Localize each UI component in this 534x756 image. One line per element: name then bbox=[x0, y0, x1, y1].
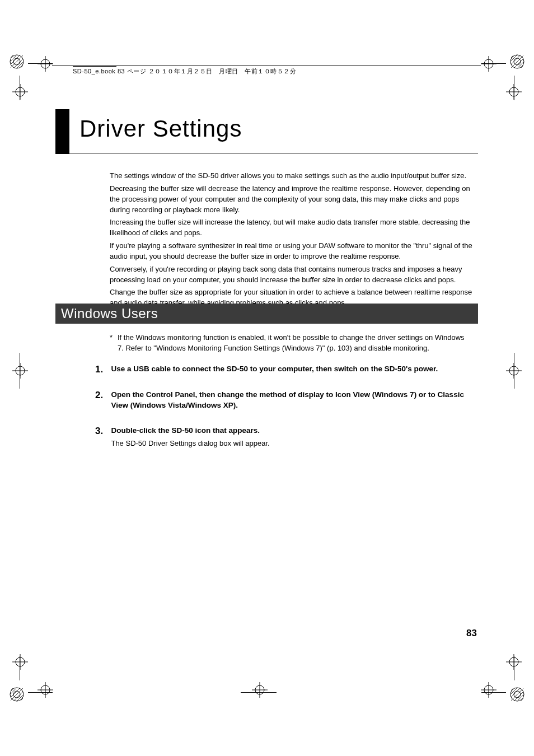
step-item: 2. Open the Control Panel, then change t… bbox=[95, 390, 476, 411]
svg-line-32 bbox=[511, 688, 523, 701]
intro-para: Decreasing the buffer size will decrease… bbox=[110, 184, 474, 216]
crosshair-mark-icon bbox=[12, 84, 28, 102]
crop-line bbox=[20, 353, 20, 389]
note-block: *If the Windows monitoring function is e… bbox=[110, 333, 474, 354]
registration-mark-icon bbox=[510, 687, 524, 702]
intro-para: Increasing the buffer size will increase… bbox=[110, 217, 474, 239]
step-lead: Open the Control Panel, then change the … bbox=[111, 390, 474, 411]
crop-line bbox=[514, 353, 514, 389]
crosshair-mark-icon bbox=[38, 682, 53, 700]
crosshair-mark-icon bbox=[252, 682, 268, 700]
step-lead: Use a USB cable to connect the SD-50 to … bbox=[111, 364, 474, 375]
registration-mark-icon bbox=[10, 687, 24, 702]
crop-line bbox=[28, 63, 53, 64]
step-sub: The SD-50 Driver Settings dialog box wil… bbox=[111, 438, 474, 449]
intro-para: If you're playing a software synthesizer… bbox=[110, 241, 474, 262]
crop-line bbox=[241, 692, 277, 693]
step-number: 1. bbox=[95, 364, 109, 375]
page-title: Driver Settings bbox=[79, 115, 242, 142]
steps-list: 1. Use a USB cable to connect the SD-50 … bbox=[95, 364, 476, 464]
crop-line bbox=[514, 656, 514, 680]
step-number: 2. bbox=[95, 390, 109, 401]
header-overline bbox=[73, 66, 116, 67]
title-rule bbox=[55, 153, 478, 153]
page-number: 83 bbox=[466, 628, 477, 639]
crosshair-mark-icon bbox=[481, 56, 496, 74]
crop-line bbox=[28, 692, 53, 693]
section-heading: Windows Users bbox=[55, 304, 478, 324]
intro-para: The settings window of the SD-50 driver … bbox=[110, 171, 474, 181]
header-meta: SD-50_e.book 83 ページ ２０１０年１月２５日 月曜日 午前１０時… bbox=[73, 67, 296, 76]
crosshair-mark-icon bbox=[38, 56, 53, 74]
crosshair-mark-icon bbox=[481, 682, 496, 700]
svg-line-23 bbox=[11, 688, 23, 701]
svg-line-5 bbox=[11, 55, 23, 68]
intro-block: The settings window of the SD-50 driver … bbox=[110, 171, 474, 311]
page: SD-50_e.book 83 ページ ２０１０年１月２５日 月曜日 午前１０時… bbox=[0, 0, 534, 756]
note-asterisk: * bbox=[110, 333, 118, 343]
title-accent-bar bbox=[55, 109, 69, 154]
crosshair-mark-icon bbox=[12, 654, 28, 672]
crop-line bbox=[481, 63, 506, 64]
step-number: 3. bbox=[95, 426, 109, 437]
crop-line bbox=[481, 692, 506, 693]
crop-line bbox=[20, 656, 20, 680]
crosshair-mark-icon bbox=[12, 363, 28, 381]
intro-para: Conversely, if you're recording or playi… bbox=[110, 264, 474, 286]
crop-line bbox=[514, 76, 514, 100]
crop-line bbox=[20, 76, 20, 100]
step-item: 3. Double-click the SD-50 icon that appe… bbox=[95, 426, 476, 449]
registration-mark-icon bbox=[510, 54, 524, 69]
step-item: 1. Use a USB cable to connect the SD-50 … bbox=[95, 364, 476, 375]
registration-mark-icon bbox=[10, 54, 24, 69]
note-text: If the Windows monitoring function is en… bbox=[118, 333, 470, 354]
step-lead: Double-click the SD-50 icon that appears… bbox=[111, 426, 474, 436]
svg-line-14 bbox=[511, 55, 523, 68]
